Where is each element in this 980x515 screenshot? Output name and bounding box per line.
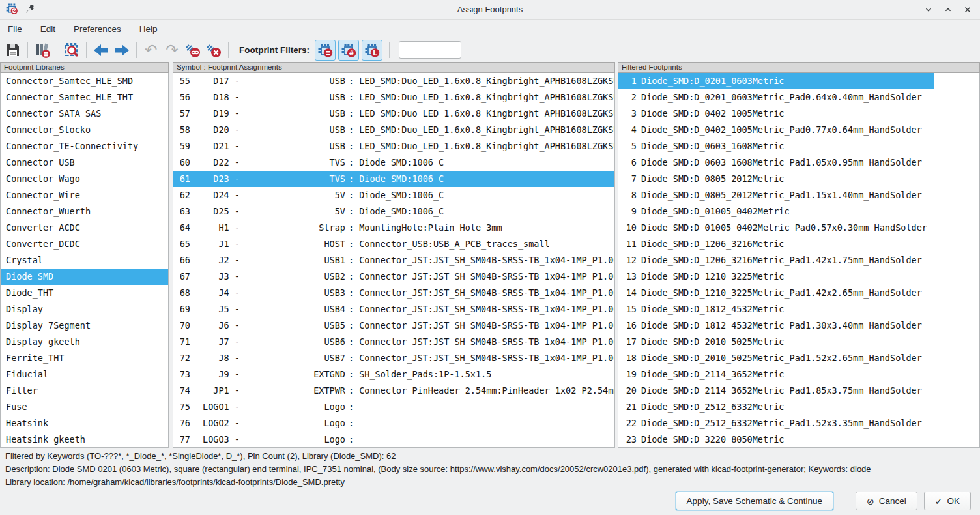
footprint-item[interactable]: 11 Diode_SMD:D_1206_3216Metric [618, 236, 934, 252]
library-item[interactable]: Display [1, 301, 168, 317]
assignment-row[interactable]: 71 J7 - USB6 : Connector_JST:JST_SH_SM04… [173, 334, 614, 350]
filter-keywords-toggle[interactable] [315, 40, 336, 61]
footprint-number: 1 [624, 73, 637, 89]
footprint-item[interactable]: 12 Diode_SMD:D_1206_3216Metric_Pad1.42x1… [618, 252, 934, 269]
library-item[interactable]: Heatsink [1, 415, 168, 432]
library-item[interactable]: Connector_Stocko [1, 122, 168, 138]
assignment-row[interactable]: 70 J6 - USB5 : Connector_JST:JST_SH_SM04… [173, 317, 614, 334]
library-item[interactable]: Connector_Samtec_HLE_SMD [1, 73, 168, 89]
library-item[interactable]: Diode_THT [1, 285, 168, 301]
cancel-button[interactable]: ⊘ Cancel [856, 492, 917, 510]
symbol-reference: J4 - [190, 285, 240, 301]
assignment-row[interactable]: 61 D23 - TVS : Diode_SMD:1006_C [173, 171, 614, 187]
menu-file[interactable]: File [1, 22, 29, 37]
library-item[interactable]: Display_gkeeth [1, 334, 168, 350]
library-item[interactable]: Connector_Wire [1, 187, 168, 203]
library-item[interactable]: Connector_TE-Connectivity [1, 138, 168, 154]
assignment-row[interactable]: 66 J2 - USB1 : Connector_JST:JST_SH_SM04… [173, 252, 614, 269]
save-button[interactable] [3, 40, 23, 61]
assignment-row[interactable]: 77 LOGO3 - Logo : [173, 432, 614, 448]
undo-button[interactable]: ↶ [141, 40, 162, 61]
library-item[interactable]: Connector_Wuerth [1, 203, 168, 220]
assignment-row[interactable]: 65 J1 - HOST : Connector_USB:USB_A_PCB_t… [173, 236, 614, 252]
assignment-row[interactable]: 75 LOGO1 - Logo : [173, 399, 614, 415]
footprint-item[interactable]: 17 Diode_SMD:D_2010_5025Metric [618, 334, 934, 350]
assignment-row[interactable]: 68 J4 - USB3 : Connector_JST:JST_SH_SM04… [173, 285, 614, 301]
library-item[interactable]: Display_7Segment [1, 317, 168, 334]
footprint-item[interactable]: 13 Diode_SMD:D_1210_3225Metric [618, 269, 934, 285]
footprint-item[interactable]: 19 Diode_SMD:D_2114_3652Metric [618, 366, 934, 383]
menu-edit[interactable]: Edit [34, 22, 62, 37]
library-item[interactable]: Ferrite_THT [1, 350, 168, 366]
filter-pin-count-toggle[interactable]: # [338, 40, 359, 61]
footprint-name: Diode_SMD:D_1210_3225Metric [641, 269, 934, 285]
assignment-row[interactable]: 76 LOGO2 - Logo : [173, 415, 614, 432]
footprint-item[interactable]: 1 Diode_SMD:D_0201_0603Metric [618, 73, 934, 89]
footprint-item[interactable]: 20 Diode_SMD:D_2114_3652Metric_Pad1.85x3… [618, 383, 934, 399]
library-item[interactable]: Connector_Wago [1, 171, 168, 187]
footprint-item[interactable]: 6 Diode_SMD:D_0603_1608Metric_Pad1.05x0.… [618, 154, 934, 171]
previous-symbol-button[interactable] [91, 40, 111, 61]
footprint-item[interactable]: 23 Diode_SMD:D_3220_8050Metric [618, 432, 934, 448]
footprint-item[interactable]: 18 Diode_SMD:D_2010_5025Metric_Pad1.52x2… [618, 350, 934, 366]
assignment-row[interactable]: 72 J8 - USB7 : Connector_JST:JST_SH_SM04… [173, 350, 614, 366]
assignment-row[interactable]: 59 D21 - USB : LED_SMD:Duo_LED_1.6x0.8_K… [173, 138, 614, 154]
assigned-footprint: LED_SMD:Duo_LED_1.6x0.8_Kingbright_APHB1… [359, 73, 614, 89]
row-number: 74 [175, 383, 190, 399]
next-symbol-button[interactable] [111, 40, 132, 61]
footprint-item[interactable]: 8 Diode_SMD:D_0805_2012Metric_Pad1.15x1.… [618, 187, 934, 203]
library-item[interactable]: Connector_USB [1, 154, 168, 171]
library-item[interactable]: Converter_ACDC [1, 220, 168, 236]
footprint-item[interactable]: 3 Diode_SMD:D_0402_1005Metric [618, 106, 934, 122]
delete-all-associations-button[interactable] [203, 40, 224, 61]
library-item[interactable]: Filter [1, 383, 168, 399]
footprint-item[interactable]: 15 Diode_SMD:D_1812_4532Metric [618, 301, 934, 317]
library-item[interactable]: Crystal [1, 252, 168, 269]
footprint-item[interactable]: 16 Diode_SMD:D_1812_4532Metric_Pad1.30x3… [618, 317, 934, 334]
menu-help[interactable]: Help [133, 22, 164, 37]
footprint-library-table-button[interactable] [32, 40, 53, 61]
ok-button[interactable]: ✓ OK [924, 492, 971, 510]
assignment-row[interactable]: 60 D22 - TVS : Diode_SMD:1006_C [173, 154, 614, 171]
footprint-item[interactable]: 22 Diode_SMD:D_2512_6332Metric_Pad1.52x3… [618, 415, 934, 432]
assignment-row[interactable]: 56 D18 - USB : LED_SMD:Duo_LED_1.6x0.8_K… [173, 89, 614, 106]
library-item[interactable]: Diode_SMD [1, 269, 168, 285]
redo-button[interactable]: ↷ [162, 40, 182, 61]
footprint-item[interactable]: 14 Diode_SMD:D_1210_3225Metric_Pad1.42x2… [618, 285, 934, 301]
assignment-row[interactable]: 55 D17 - USB : LED_SMD:Duo_LED_1.6x0.8_K… [173, 73, 614, 89]
delete-association-button[interactable] [182, 40, 203, 61]
library-item[interactable]: Fiducial [1, 366, 168, 383]
assignment-row[interactable]: 62 D24 - 5V : Diode_SMD:1006_C [173, 187, 614, 203]
footprint-number: 13 [624, 269, 637, 285]
assignment-row[interactable]: 58 D20 - USB : LED_SMD:Duo_LED_1.6x0.8_K… [173, 122, 614, 138]
assignment-row[interactable]: 57 D19 - USB : LED_SMD:Duo_LED_1.6x0.8_K… [173, 106, 614, 122]
footprint-item[interactable]: 10 Diode_SMD:D_01005_0402Metric_Pad0.57x… [618, 220, 934, 236]
minimize-button[interactable] [923, 4, 934, 16]
footprint-item[interactable]: 9 Diode_SMD:D_01005_0402Metric [618, 203, 934, 220]
footprint-item[interactable]: 2 Diode_SMD:D_0201_0603Metric_Pad0.64x0.… [618, 89, 934, 106]
filter-library-toggle[interactable]: L [362, 40, 382, 61]
footprint-item[interactable]: 7 Diode_SMD:D_0805_2012Metric [618, 171, 934, 187]
footprint-item[interactable]: 5 Diode_SMD:D_0603_1608Metric [618, 138, 934, 154]
close-button[interactable] [962, 4, 973, 16]
assignment-row[interactable]: 63 D25 - 5V : Diode_SMD:1006_C [173, 203, 614, 220]
footprint-item[interactable]: 21 Diode_SMD:D_2512_6332Metric [618, 399, 934, 415]
library-item[interactable]: Heatsink_gkeeth [1, 432, 168, 448]
library-item[interactable]: Connector_Samtec_HLE_THT [1, 89, 168, 106]
assigned-footprint: Diode_SMD:1006_C [359, 154, 614, 171]
maximize-button[interactable] [942, 4, 954, 16]
library-item[interactable]: Converter_DCDC [1, 236, 168, 252]
library-item[interactable]: Fuse [1, 399, 168, 415]
assignment-row[interactable]: 73 J9 - EXTGND : SH_Solder_Pads:1P-1.5x1… [173, 366, 614, 383]
footprint-item[interactable]: 4 Diode_SMD:D_0402_1005Metric_Pad0.77x0.… [618, 122, 934, 138]
footprint-filter-input[interactable] [399, 41, 461, 59]
view-footprint-button[interactable] [61, 40, 82, 61]
library-item[interactable]: Connector_SATA_SAS [1, 106, 168, 122]
menu-preferences[interactable]: Preferences [67, 22, 128, 37]
assignment-row[interactable]: 64 H1 - Strap : MountingHole:Plain_Hole_… [173, 220, 614, 236]
dialog-button-bar: Apply, Save Schematic & Continue ⊘ Cance… [0, 487, 980, 515]
assignment-row[interactable]: 67 J3 - USB2 : Connector_JST:JST_SH_SM04… [173, 269, 614, 285]
apply-save-continue-button[interactable]: Apply, Save Schematic & Continue [676, 492, 833, 510]
assignment-row[interactable]: 69 J5 - USB4 : Connector_JST:JST_SH_SM04… [173, 301, 614, 317]
assignment-row[interactable]: 74 JP1 - EXTPWR : Connector_PinHeader_2.… [173, 383, 614, 399]
